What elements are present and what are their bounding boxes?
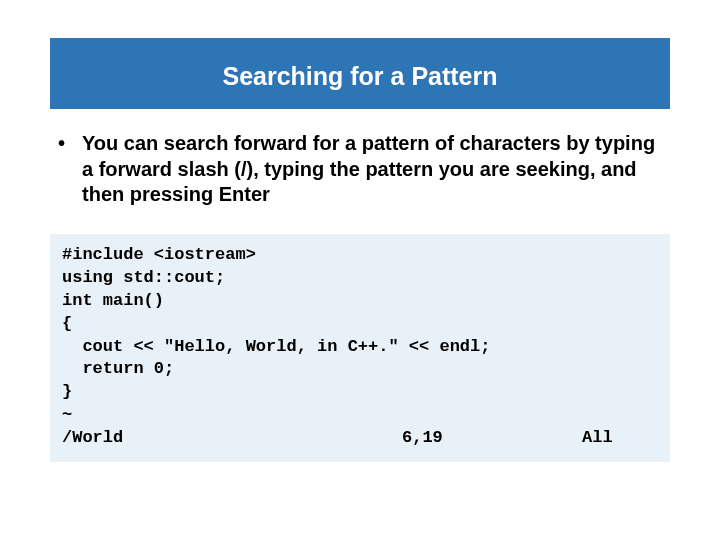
editor-status-line: /World6,19All bbox=[62, 427, 658, 450]
code-line: { bbox=[62, 313, 658, 336]
scroll-indicator: All bbox=[582, 427, 658, 450]
cursor-position: 6,19 bbox=[402, 427, 582, 450]
enter-key: Enter bbox=[219, 183, 270, 205]
code-line: int main() bbox=[62, 290, 658, 313]
code-line: ~ bbox=[62, 404, 658, 427]
bullet-marker: • bbox=[58, 131, 82, 157]
bullet-item: • You can search forward for a pattern o… bbox=[58, 131, 670, 208]
slide-title: Searching for a Pattern bbox=[50, 38, 670, 109]
code-block: #include <iostream>using std::cout;int m… bbox=[50, 234, 670, 462]
bullet-text: You can search forward for a pattern of … bbox=[82, 131, 670, 208]
slide-content: • You can search forward for a pattern o… bbox=[50, 131, 670, 462]
code-line: } bbox=[62, 381, 658, 404]
code-line: return 0; bbox=[62, 358, 658, 381]
search-command: /World bbox=[62, 427, 402, 450]
code-line: cout << "Hello, World, in C++." << endl; bbox=[62, 336, 658, 359]
code-line: using std::cout; bbox=[62, 267, 658, 290]
code-line: #include <iostream> bbox=[62, 244, 658, 267]
